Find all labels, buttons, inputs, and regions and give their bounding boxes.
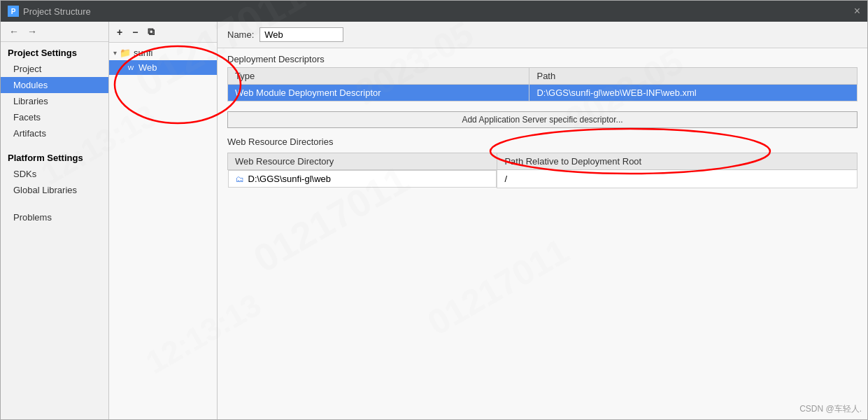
sidebar-item-facets[interactable]: Facets (1, 109, 108, 125)
close-button[interactable]: × (854, 5, 860, 18)
resource-dir-cell: 🗂 D:\GGS\sunfi-gl\web (228, 170, 497, 188)
app-icon: P (8, 6, 19, 17)
platform-settings-title: Platform Settings (1, 147, 108, 166)
path-relative-cell: / (497, 170, 858, 188)
sidebar-item-global-libraries[interactable]: Global Libraries (1, 182, 108, 198)
copy-module-button[interactable]: ⧉ (144, 24, 158, 39)
resource-table-wrapper: Web Resource Directory Path Relative to … (218, 153, 867, 188)
left-sidebar: ← → Project Settings Project Modules Lib… (1, 22, 109, 419)
descriptor-path-cell: D:\GGS\sunfi-gl\web\WEB-INF\web.xml (529, 85, 858, 102)
folder-icon: 🗂 (236, 174, 244, 184)
deployment-table: Type Path Web Module Deployment Descript… (227, 67, 858, 102)
web-resource-dir-header: Web Resource Directory (228, 153, 497, 170)
add-module-button[interactable]: + (113, 25, 126, 39)
nav-top-bar: ← → (1, 22, 108, 42)
remove-module-button[interactable]: − (129, 25, 141, 39)
sidebar-item-artifacts[interactable]: Artifacts (1, 125, 108, 141)
deployment-descriptors-section: Deployment Descriptors (218, 48, 867, 67)
tree-item-web-label: Web (138, 62, 157, 73)
add-server-descriptor-button[interactable]: Add Application Server specific descript… (227, 111, 858, 128)
deployment-table-wrapper: Type Path Web Module Deployment Descript… (218, 67, 867, 102)
module-icon: W (126, 63, 136, 73)
deployment-descriptors-title: Deployment Descriptors (227, 54, 858, 64)
csdn-label: CSDN @车轻人. (799, 403, 862, 415)
sidebar-item-libraries[interactable]: Libraries (1, 93, 108, 109)
resource-table: Web Resource Directory Path Relative to … (227, 153, 858, 188)
tree-item-web[interactable]: W Web (109, 60, 217, 75)
module-tree: ▾ 📁 sunfi W Web (109, 43, 217, 419)
path-column-header: Path (529, 68, 858, 85)
sidebar-item-sdks[interactable]: SDKs (1, 166, 108, 182)
title-bar: P Project Structure × (1, 1, 867, 22)
dialog-title: Project Structure (23, 6, 91, 17)
table-row[interactable]: 🗂 D:\GGS\sunfi-gl\web / (228, 170, 858, 188)
web-resource-section: Web Resource Directories (218, 132, 867, 153)
tree-item-sunfi-label: sunfi (134, 48, 152, 58)
table-row[interactable]: Web Module Deployment Descriptor D:\GGS\… (228, 85, 858, 102)
sidebar-item-project[interactable]: Project (1, 61, 108, 77)
project-settings-title: Project Settings (1, 42, 108, 61)
type-column-header: Type (228, 68, 529, 85)
tree-item-sunfi[interactable]: ▾ 📁 sunfi (109, 46, 217, 60)
folder-icon: 📁 (120, 48, 131, 58)
detail-panel: Name: Deployment Descriptors Type Path (218, 22, 867, 419)
descriptor-type-cell: Web Module Deployment Descriptor (228, 85, 529, 102)
module-tree-panel: + − ⧉ ▾ 📁 sunfi W Web (109, 22, 218, 419)
web-resource-title: Web Resource Directories (227, 136, 858, 147)
back-button[interactable]: ← (6, 24, 22, 38)
detail-name-row: Name: (218, 22, 867, 48)
forward-button[interactable]: → (24, 24, 40, 38)
name-input[interactable] (259, 27, 343, 42)
path-relative-header: Path Relative to Deployment Root (497, 153, 858, 170)
sidebar-item-modules[interactable]: Modules (1, 77, 108, 93)
chevron-down-icon: ▾ (113, 49, 117, 57)
name-label: Name: (227, 29, 254, 40)
tree-toolbar: + − ⧉ (109, 22, 217, 43)
sidebar-item-problems[interactable]: Problems (1, 209, 108, 225)
